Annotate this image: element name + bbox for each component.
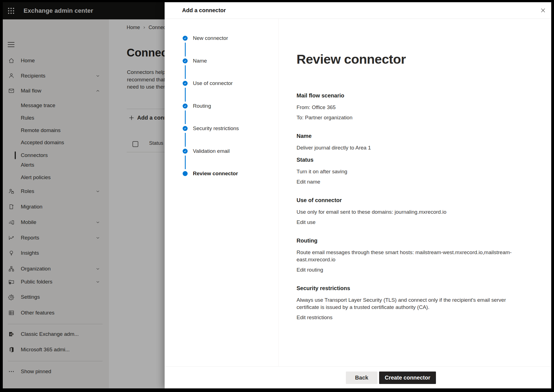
step-connector-line [185, 88, 186, 102]
edit-routing-row: Edit routing [297, 266, 518, 274]
create-connector-button[interactable]: Create connector [379, 372, 436, 384]
step-complete-icon [183, 36, 188, 41]
step-connector-line [185, 65, 186, 79]
stepper-divider [278, 19, 279, 366]
step-complete-icon [183, 58, 188, 63]
status-value: Turn it on after saving [297, 168, 518, 175]
section-name: Name Deliver journal directly to Area 1 … [297, 132, 518, 185]
step-connector-line [185, 43, 186, 56]
add-connector-panel: Add a connector New connector Name Use o… [165, 2, 551, 388]
section-title: Use of connector [297, 197, 518, 204]
edit-use-row: Edit use [297, 219, 518, 226]
edit-name-link[interactable]: Edit name [297, 179, 320, 185]
section-routing: Routing Route email messages through the… [297, 237, 518, 274]
mail-flow-from: From: Office 365 [297, 104, 518, 111]
review-content: Review connector Mail flow scenario From… [297, 2, 518, 321]
screenshot-frame: Exchange admin center Home Recipients Ma… [0, 0, 554, 392]
mail-flow-to: To: Partner organization [297, 114, 518, 121]
section-title: Name [297, 132, 518, 140]
edit-restrictions-link[interactable]: Edit restrictions [297, 314, 333, 320]
review-heading: Review connector [297, 51, 518, 67]
panel-footer-divider [165, 366, 551, 367]
section-security-restrictions: Security restrictions Always use Transpo… [297, 285, 518, 321]
edit-restrictions-row: Edit restrictions [297, 314, 518, 321]
step-new-connector[interactable]: New connector [165, 35, 270, 42]
step-name[interactable]: Name [165, 57, 270, 65]
routing-value: Route email messages through these smart… [297, 249, 518, 263]
step-complete-icon [183, 126, 188, 131]
step-complete-icon [183, 81, 188, 86]
app-window: Exchange admin center Home Recipients Ma… [3, 2, 551, 388]
section-use-of-connector: Use of connector Use only for email sent… [297, 197, 518, 226]
step-complete-icon [183, 149, 188, 154]
section-title: Mail flow scenario [297, 92, 518, 99]
step-validation-email[interactable]: Validation email [165, 148, 270, 155]
step-connector-line [185, 110, 186, 124]
step-current-icon [183, 171, 188, 176]
back-button[interactable]: Back [346, 372, 377, 384]
edit-use-link[interactable]: Edit use [297, 219, 316, 225]
section-title: Security restrictions [297, 285, 518, 292]
step-connector-line [185, 133, 186, 147]
step-complete-icon [183, 104, 188, 109]
step-security-restrictions[interactable]: Security restrictions [165, 125, 270, 132]
status-title: Status [297, 156, 518, 164]
step-use-of-connector[interactable]: Use of connector [165, 80, 270, 87]
section-mail-flow-scenario: Mail flow scenario From: Office 365 To: … [297, 92, 518, 121]
edit-name-row: Edit name [297, 178, 518, 185]
step-connector-line [185, 156, 186, 169]
security-restrictions-value: Always use Transport Layer Security (TLS… [297, 296, 518, 311]
section-title: Routing [297, 237, 518, 244]
connector-name-value: Deliver journal directly to Area 1 [297, 144, 518, 151]
step-review-connector[interactable]: Review connector [165, 170, 270, 177]
use-of-connector-value: Use only for email sent to these domains… [297, 208, 518, 216]
panel-title: Add a connector [182, 2, 226, 19]
edit-routing-link[interactable]: Edit routing [297, 267, 323, 273]
close-icon[interactable] [539, 7, 547, 14]
step-routing[interactable]: Routing [165, 102, 270, 110]
